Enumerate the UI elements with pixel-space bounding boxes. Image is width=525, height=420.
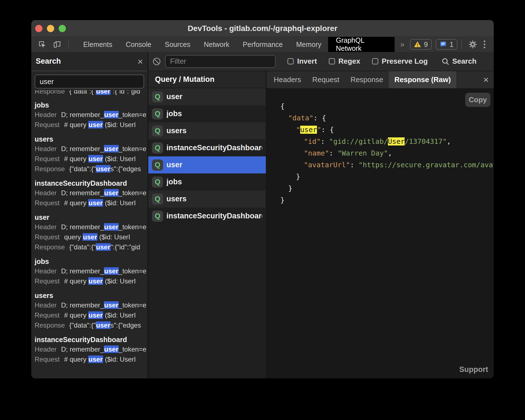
devtools-tab-network[interactable]: Network	[197, 37, 236, 52]
search-result-line[interactable]: Request# query user ($id: UserI	[35, 276, 147, 286]
json-line: "avatarUrl": "https://secure.gravatar.co…	[280, 159, 494, 171]
query-type-icon: Q	[152, 176, 163, 188]
issues-badge[interactable]: 1	[436, 39, 457, 50]
search-result-line[interactable]: Request# query user ($id: UserI	[35, 154, 147, 164]
search-result-line[interactable]: Response{"data":{"users":{"edges	[35, 320, 147, 330]
detail-tab-headers[interactable]: Headers	[268, 71, 307, 88]
search-result-line[interactable]: Request# query user ($id: UserI	[35, 354, 147, 364]
devtools-tab-graphql-network[interactable]: GraphQL Network	[328, 37, 395, 52]
search-result-line[interactable]: Request# query user ($id: UserI	[35, 310, 147, 320]
detail-tab-response[interactable]: Response	[345, 71, 389, 88]
preserve-log-checkbox[interactable]: Preserve Log	[372, 57, 428, 66]
search-result-line[interactable]: Response{"data":{"users":{"edges	[35, 164, 147, 174]
warnings-badge[interactable]: 9	[410, 39, 432, 50]
result-line-label: Request	[35, 120, 59, 130]
detail-tabs: HeadersRequestResponseResponse (Raw)×	[267, 71, 494, 88]
json-line: "data": {	[280, 112, 494, 124]
result-line-value: D; remember_user_token=e	[61, 222, 147, 232]
query-name: users	[166, 195, 187, 203]
search-result-line[interactable]: HeaderD; remember_user_token=e	[35, 144, 147, 154]
result-line-value: # query user ($id: UserI	[64, 354, 136, 364]
warning-count: 9	[424, 40, 428, 49]
result-group-title[interactable]: instanceSecurityDashboard	[35, 178, 147, 188]
support-link[interactable]: Support	[459, 365, 488, 374]
search-result-line[interactable]: HeaderD; remember_user_token=e	[35, 266, 147, 276]
result-line-label: Header	[35, 344, 57, 354]
warning-icon	[414, 41, 421, 48]
result-line-label: Header	[35, 110, 57, 120]
result-line-label: Request	[35, 198, 59, 208]
result-line-value: query user ($id: UserI	[64, 232, 130, 242]
search-result-line[interactable]: HeaderD; remember_user_token=e	[35, 188, 147, 198]
query-list-item[interactable]: QinstanceSecurityDashboard	[148, 139, 266, 156]
query-type-icon: Q	[152, 142, 163, 154]
traffic-lights	[35, 20, 66, 37]
result-line-label: Request	[35, 354, 59, 364]
query-list-item[interactable]: Qusers	[148, 190, 266, 207]
search-result-line[interactable]: Requestquery user ($id: UserI	[35, 232, 147, 242]
search-result-line[interactable]: Request# query user ($id: UserI	[35, 198, 147, 208]
query-name: users	[166, 127, 187, 135]
response-raw-view: Copy {"data": {"user": {"id": "gid://git…	[267, 88, 494, 378]
detail-tab-request[interactable]: Request	[307, 71, 345, 88]
inspect-element-icon[interactable]	[38, 40, 46, 49]
filter-clear-icon[interactable]	[152, 57, 161, 66]
settings-gear-icon[interactable]	[468, 40, 478, 49]
json-line: }	[280, 194, 494, 206]
json-line: "id": "gid://gitlab/User/13704317",	[280, 136, 494, 147]
toolbar-divider	[461, 40, 462, 49]
devtools-tab-elements[interactable]: Elements	[77, 37, 119, 52]
search-result-line[interactable]: HeaderD; remember_user_token=e	[35, 110, 147, 120]
result-group-title[interactable]: user	[35, 213, 147, 222]
query-type-icon: Q	[152, 159, 163, 171]
search-result-line[interactable]: HeaderD; remember_user_token=e	[35, 344, 147, 354]
search-result-line[interactable]: HeaderD; remember_user_token=e	[35, 300, 147, 310]
query-name: jobs	[166, 178, 182, 186]
detail-tab-response-raw-[interactable]: Response (Raw)	[389, 71, 456, 88]
result-group-title[interactable]: instanceSecurityDashboard	[35, 335, 147, 344]
regex-checkbox[interactable]: Regex	[329, 57, 360, 66]
query-list-item[interactable]: Qjobs	[148, 105, 266, 122]
close-window-button[interactable]	[35, 25, 42, 32]
search-toggle[interactable]: Search	[441, 57, 477, 66]
query-list-item[interactable]: Quser	[148, 156, 266, 173]
result-line-value: {"data":{"users":{"edges	[69, 164, 141, 174]
devtools-tab-performance[interactable]: Performance	[236, 37, 289, 52]
minimize-window-button[interactable]	[47, 25, 54, 32]
query-list-header: Query / Mutation	[148, 71, 266, 88]
checkbox-box	[287, 58, 294, 65]
query-list-item[interactable]: Qusers	[148, 122, 266, 139]
result-line-value: D; remember_user_token=e	[61, 188, 147, 198]
search-result-line[interactable]: Response{"data":{"user":{"id":"gid	[35, 242, 147, 252]
result-line-label: Response	[35, 242, 65, 252]
result-group-title[interactable]: users	[35, 134, 147, 144]
devtools-tab-memory[interactable]: Memory	[289, 37, 328, 52]
filter-input[interactable]	[165, 55, 276, 68]
search-result-line[interactable]: Response{"data":{"user":{"id":"gid	[35, 90, 147, 96]
query-list-item[interactable]: Quser	[148, 88, 266, 105]
search-input[interactable]	[35, 75, 144, 89]
search-result-line[interactable]: HeaderD; remember_user_token=e	[35, 222, 147, 232]
query-name: instanceSecurityDashboard	[166, 212, 262, 220]
close-icon[interactable]: ×	[483, 71, 489, 88]
devtools-tab-console[interactable]: Console	[119, 37, 158, 52]
invert-checkbox[interactable]: Invert	[287, 57, 317, 66]
copy-button[interactable]: Copy	[465, 93, 490, 107]
result-group-title[interactable]: jobs	[35, 257, 147, 266]
devtools-tab-sources[interactable]: Sources	[158, 37, 197, 52]
search-result-line[interactable]: Request# query user ($id: UserI	[35, 120, 147, 130]
result-line-label: Header	[35, 300, 57, 310]
checkbox-box	[329, 58, 335, 65]
close-icon[interactable]: ×	[137, 57, 143, 66]
device-toolbar-icon[interactable]	[53, 40, 61, 49]
kebab-menu-icon[interactable]	[481, 40, 488, 48]
search-panel: Search × Response{"data":{"user":{"id":"…	[31, 52, 148, 378]
result-line-label: Header	[35, 266, 57, 276]
result-group-title[interactable]: users	[35, 291, 147, 300]
zoom-window-button[interactable]	[59, 25, 66, 32]
query-list-item[interactable]: Qjobs	[148, 173, 266, 190]
result-group-title[interactable]: jobs	[35, 100, 147, 110]
more-tabs-button[interactable]: »	[395, 37, 410, 52]
issues-count: 1	[450, 40, 454, 49]
query-list-item[interactable]: QinstanceSecurityDashboard	[148, 207, 266, 225]
